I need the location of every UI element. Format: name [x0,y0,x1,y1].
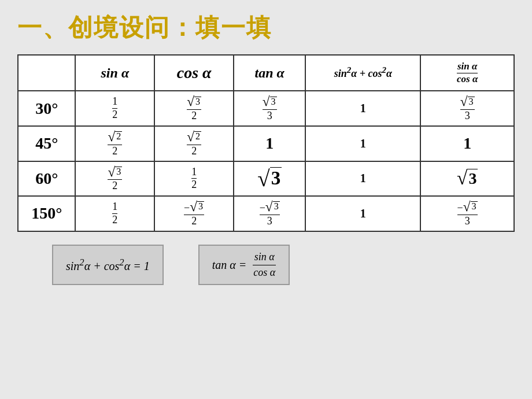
cos-60: 1 2 [154,161,234,197]
sin-45: √2 2 [75,126,154,161]
ratio-60: √3 [420,161,514,197]
angle-60: 60° [18,161,75,197]
pyth-45: 1 [305,126,420,161]
row-30: 30° 1 2 √3 2 √3 3 [18,91,514,126]
angle-150: 150° [18,196,75,231]
cos-150: −√3 2 [154,196,234,231]
page-title: 一、创境设问：填一填 [17,12,515,44]
angle-30: 30° [18,91,75,126]
row-45: 45° √2 2 √2 2 1 1 1 [18,126,514,161]
cos-45: √2 2 [154,126,234,161]
ratio-150: −√3 3 [420,196,514,231]
sin-30: 1 2 [75,91,154,126]
header-ratio: sin α cos α [420,55,514,91]
formulas-section: sin2α + cos2α = 1 tan α = sin α cos α [17,245,515,286]
formula-tan: tan α = sin α cos α [198,245,290,286]
header-cos: cos α [154,55,234,91]
pyth-30: 1 [305,91,420,126]
sin-150: 1 2 [75,196,154,231]
tan-30: √3 3 [234,91,305,126]
header-sin: sin α [75,55,154,91]
tan-45: 1 [234,126,305,161]
pyth-60: 1 [305,161,420,197]
tan-150: −√3 3 [234,196,305,231]
trig-table: sin α cos α tan α sin2α + cos2α sin α co… [17,54,515,232]
ratio-30: √3 3 [420,91,514,126]
ratio-45: 1 [420,126,514,161]
row-150: 150° 1 2 −√3 2 −√3 3 [18,196,514,231]
tan-60: √3 [234,161,305,197]
pyth-150: 1 [305,196,420,231]
header-empty [18,55,75,91]
sin-60: √3 2 [75,161,154,197]
angle-45: 45° [18,126,75,161]
header-pythagorean: sin2α + cos2α [305,55,420,91]
row-60: 60° √3 2 1 2 √3 1 [18,161,514,197]
header-tan: tan α [234,55,305,91]
formula-pythagorean: sin2α + cos2α = 1 [52,245,164,286]
cos-30: √3 2 [154,91,234,126]
page: 一、创境设问：填一填 sin α cos α tan α sin2α + cos… [17,12,515,285]
